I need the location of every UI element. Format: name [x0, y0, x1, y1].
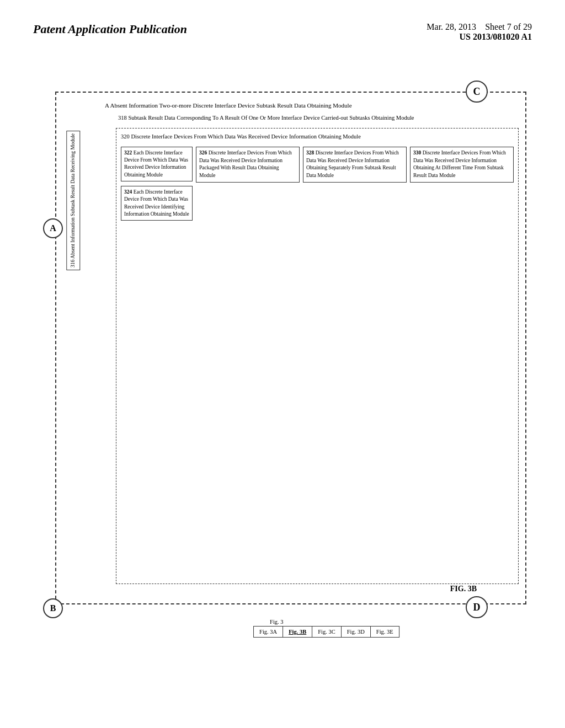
outer-box-content: A Absent Information Two-or-more Discret… [56, 93, 525, 603]
module-316: 316 Absent Information Subtask Result Da… [66, 131, 80, 270]
inner-left-modules: 322 Each Discrete Interface Device From … [121, 147, 193, 221]
module-326: 326 Discrete Interface Devices From Whic… [196, 147, 300, 183]
tab-item-0[interactable]: Fig. 3A [254, 627, 283, 637]
label-318: 318 Subtask Result Data Corresponding To… [116, 114, 519, 122]
main-columns: 316 Absent Information Subtask Result Da… [66, 114, 519, 584]
figure-tabs: Fig. 3 Fig. 3AFig. 3BFig. 3CFig. 3DFig. … [253, 619, 399, 638]
module-328: 328 Discrete Interface Devices From Whic… [303, 147, 407, 183]
circle-a-marker: A [43, 218, 63, 238]
inner-top-label: 320 Discrete Interface Devices From Whic… [121, 133, 514, 141]
tab-item-3[interactable]: Fig. 3D [342, 627, 371, 637]
outer-dashed-box: A Absent Information Two-or-more Discret… [55, 92, 526, 604]
module-322: 322 Each Discrete Interface Device From … [121, 147, 193, 181]
header-meta: Mar. 28, 2013 Sheet 7 of 29 US 2013/0810… [427, 22, 532, 42]
fig3-label: Fig. 3 [253, 619, 399, 625]
module-330: 330 Discrete Interface Devices From Whic… [410, 147, 514, 183]
inner-right-modules: 326 Discrete Interface Devices From Whic… [196, 147, 514, 183]
tab-item-1[interactable]: Fig. 3B [283, 627, 312, 637]
tab-item-2[interactable]: Fig. 3C [312, 627, 342, 637]
circle-d-marker: D [466, 596, 488, 618]
right-content: 318 Subtask Result Data Corresponding To… [116, 114, 519, 584]
circle-b-marker: B [43, 598, 63, 618]
module-324: 324 Each Discrete Interface Device From … [121, 186, 193, 221]
circle-c-marker: C [466, 81, 488, 103]
left-column: 316 Absent Information Subtask Result Da… [66, 114, 116, 584]
absent-info-label: A Absent Information Two-or-more Discret… [105, 101, 519, 110]
pub-date: Mar. 28, 2013 Sheet 7 of 29 [427, 22, 532, 32]
inner-columns: 322 Each Discrete Interface Device From … [121, 147, 514, 580]
pub-number: US 2013/081020 A1 [427, 32, 532, 42]
tabs-container[interactable]: Fig. 3AFig. 3BFig. 3CFig. 3DFig. 3E [253, 626, 399, 638]
publication-title: Patent Application Publication [33, 22, 187, 36]
diagram-area: C D A B FIG. 3B A Absent Information Two… [33, 69, 532, 649]
inner-dashed-box: 320 Discrete Interface Devices From Whic… [116, 128, 519, 584]
page-header: Patent Application Publication Mar. 28, … [0, 0, 565, 53]
tab-item-4[interactable]: Fig. 3E [371, 627, 399, 637]
